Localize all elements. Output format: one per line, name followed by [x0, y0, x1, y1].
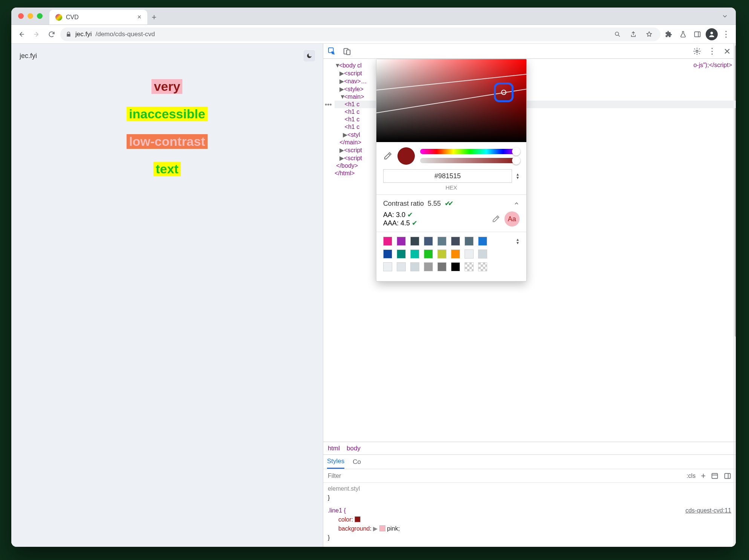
palette-swatch[interactable] — [437, 249, 446, 259]
contrast-label: Contrast ratio — [383, 200, 424, 208]
traffic-lights — [11, 8, 49, 24]
contrast-collapse-button[interactable] — [514, 200, 520, 207]
share-icon[interactable] — [627, 28, 639, 40]
zoom-icon[interactable] — [611, 28, 624, 40]
tab-styles[interactable]: Styles — [327, 455, 344, 469]
palette-swatch[interactable] — [451, 249, 460, 259]
bookmark-star-icon[interactable] — [643, 28, 655, 40]
chevron-down-icon — [721, 13, 728, 20]
content-split: jec.fyi very inaccessible low-contrast t… — [11, 44, 736, 547]
device-toggle-button[interactable] — [342, 46, 352, 56]
breadcrumb[interactable]: html body — [323, 442, 736, 454]
eyedropper-icon — [492, 215, 500, 223]
inspect-element-button[interactable] — [327, 46, 337, 56]
contrast-value: 5.55 — [428, 200, 441, 208]
site-label: jec.fyi — [20, 52, 37, 60]
close-icon — [723, 47, 731, 55]
svg-point-2 — [711, 32, 713, 34]
reload-icon — [48, 31, 55, 38]
contrast-sample-badge: Aa — [504, 211, 520, 226]
saturation-value-field[interactable] — [376, 59, 526, 142]
hex-input[interactable] — [383, 169, 512, 183]
color-selector-handle[interactable] — [494, 83, 514, 102]
word-text: text — [153, 162, 180, 176]
reload-button[interactable] — [45, 28, 58, 41]
devtools-menu-button[interactable]: ⋮ — [707, 46, 717, 56]
palette-swatch[interactable] — [410, 237, 419, 246]
profile-avatar[interactable] — [706, 28, 718, 40]
arrow-right-icon — [33, 31, 40, 38]
palette-swatch[interactable] — [383, 249, 392, 259]
cls-button[interactable]: :cls — [686, 473, 696, 479]
maximize-window-button[interactable] — [37, 13, 43, 19]
palette-swatch[interactable] — [465, 249, 474, 259]
palette-swatch[interactable] — [451, 237, 460, 246]
gear-icon — [693, 47, 701, 55]
new-tab-button[interactable]: + — [147, 10, 161, 24]
css-rules[interactable]: element.styl } cds-quest-cvd:11 .line1 {… — [323, 482, 736, 547]
palette-swatch[interactable] — [437, 262, 446, 271]
palette-row-1: ▲▼ — [383, 237, 520, 246]
palette-swatch[interactable] — [383, 237, 392, 246]
palette-swatch[interactable] — [437, 237, 446, 246]
palette-swatch[interactable] — [424, 249, 433, 259]
browser-tab[interactable]: CVD × — [49, 10, 147, 24]
palette-swatch[interactable] — [424, 262, 433, 271]
contrast-eyedropper-button[interactable] — [492, 215, 500, 223]
format-stepper[interactable]: ▲▼ — [516, 173, 520, 179]
extensions-icon[interactable] — [663, 28, 675, 40]
eyedropper-button[interactable] — [383, 151, 392, 161]
close-tab-button[interactable]: × — [137, 13, 141, 21]
labs-icon[interactable] — [677, 28, 689, 40]
rendered-page: jec.fyi very inaccessible low-contrast t… — [11, 44, 323, 547]
minimize-window-button[interactable] — [28, 13, 33, 19]
palette-swatch[interactable] — [424, 237, 433, 246]
background-swatch[interactable] — [379, 525, 385, 531]
crumb-body[interactable]: body — [347, 445, 361, 452]
palette-swatch[interactable] — [397, 237, 406, 246]
close-window-button[interactable] — [18, 13, 24, 19]
tab-computed[interactable]: Co — [353, 455, 361, 469]
crumb-html[interactable]: html — [328, 445, 340, 452]
omnibox[interactable]: jec.fyi /demo/cds-quest-cvd — [60, 28, 660, 41]
svg-rect-7 — [712, 473, 718, 478]
palette-swatch[interactable] — [451, 262, 460, 271]
palette-swatch[interactable] — [383, 262, 392, 271]
devtools-close-button[interactable] — [722, 46, 732, 56]
color-picker-popover: ▲▼ HEX Contrast ratio 5.55 ✔✔ — [376, 59, 527, 282]
palette-swatch[interactable] — [465, 262, 474, 271]
palette-swatch[interactable] — [478, 262, 487, 271]
moon-icon — [306, 53, 312, 59]
svg-point-6 — [696, 50, 698, 52]
side-panel-icon[interactable] — [691, 28, 703, 40]
computed-toggle-icon[interactable] — [711, 472, 718, 480]
palette-swatch[interactable] — [478, 237, 487, 246]
dark-mode-toggle[interactable] — [304, 50, 315, 61]
panel-layout-icon[interactable] — [724, 472, 731, 480]
forward-button[interactable] — [30, 28, 43, 41]
settings-button[interactable] — [692, 46, 702, 56]
palette-stepper[interactable]: ▲▼ — [516, 238, 520, 245]
palette-swatch[interactable] — [465, 237, 474, 246]
double-check-icon: ✔✔ — [445, 199, 451, 208]
palette-swatch[interactable] — [410, 262, 419, 271]
tabs-dropdown-button[interactable] — [714, 8, 736, 24]
palette-swatch[interactable] — [397, 249, 406, 259]
palette-swatch[interactable] — [410, 249, 419, 259]
eyedropper-icon — [383, 151, 392, 161]
styles-filter-input[interactable] — [328, 473, 681, 479]
new-rule-button[interactable]: + — [701, 471, 706, 481]
chevron-up-icon — [514, 200, 520, 207]
source-link[interactable]: cds-quest-cvd:11 — [685, 506, 731, 515]
color-swatch[interactable] — [355, 516, 361, 522]
browser-menu-button[interactable]: ⋮ — [720, 28, 732, 40]
svg-rect-5 — [347, 50, 350, 55]
svg-rect-8 — [725, 473, 731, 478]
alpha-slider[interactable] — [420, 158, 520, 163]
back-button[interactable] — [15, 28, 28, 41]
palette-swatch[interactable] — [397, 262, 406, 271]
hue-slider[interactable] — [420, 149, 520, 154]
favicon-icon — [55, 14, 62, 21]
palette-swatch[interactable] — [478, 249, 487, 259]
aa-label: AA: 3.0 — [383, 211, 405, 219]
